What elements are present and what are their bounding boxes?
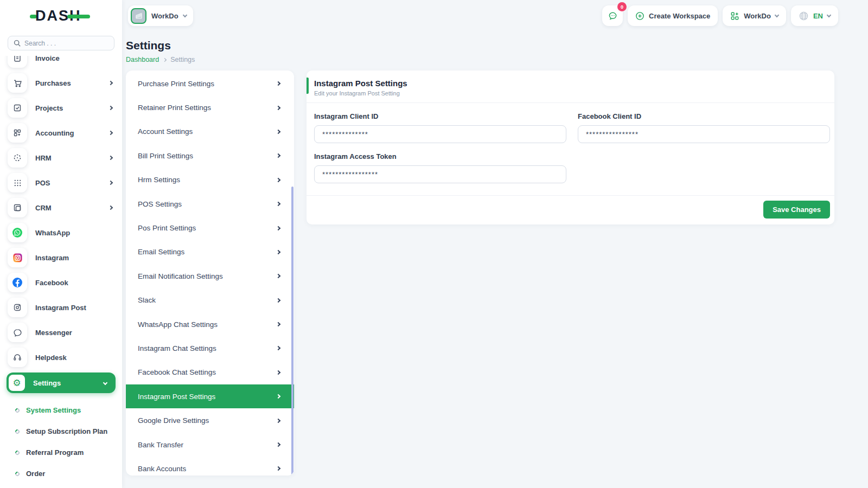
subnav-item-label: System Settings	[26, 406, 81, 414]
settings-menu-item[interactable]: Account Settings	[126, 120, 294, 144]
instagram-access-token-field: Instagram Access Token	[314, 152, 566, 183]
settings-menu-item-label: Email Notification Settings	[138, 272, 223, 280]
settings-menu-item[interactable]: Facebook Chat Settings	[126, 361, 294, 384]
settings-menu-item-label: Account Settings	[138, 127, 193, 136]
settings-menu-item[interactable]: Pos Print Settings	[126, 216, 294, 240]
messages-badge: 0	[617, 2, 627, 11]
settings-menu-item[interactable]: Bank Transfer	[126, 433, 294, 457]
brand-logo[interactable]: DASH	[0, 0, 122, 31]
sidebar-item-pos[interactable]: POS	[8, 173, 114, 192]
settings-menu-card: Purchase Print Settings Retainer Print S…	[126, 70, 294, 476]
chevron-right-icon	[276, 105, 280, 110]
settings-menu-item[interactable]: Email Notification Settings	[126, 264, 294, 288]
settings-menu-item-label: Slack	[138, 296, 156, 304]
create-workspace-button[interactable]: Create Workspace	[628, 5, 718, 26]
subnav-item-order[interactable]: Order	[15, 463, 122, 484]
sidebar-search[interactable]	[8, 36, 114, 50]
headset-icon	[8, 348, 27, 367]
instagram-client-id-field: Instagram Client ID	[314, 112, 566, 143]
sidebar-item-instagram[interactable]: Instagram	[8, 248, 114, 267]
settings-menu-item[interactable]: POS Settings	[126, 192, 294, 216]
sidebar-item-label: Accounting	[35, 129, 74, 137]
panel-header: Instagram Post Settings Edit your Instag…	[307, 70, 834, 103]
subnav-item-system-settings[interactable]: System Settings	[15, 400, 122, 421]
whatsapp-icon	[8, 223, 27, 242]
workspace-grid-icon	[730, 11, 739, 21]
sidebar-nav: Invoice Purchases Projects	[0, 56, 122, 488]
search-input[interactable]	[24, 40, 100, 47]
panel-title: Instagram Post Settings	[314, 79, 827, 88]
workspace-menu-label: WorkDo	[744, 12, 771, 20]
instagram-client-id-input[interactable]	[314, 125, 566, 143]
facebook-client-id-input[interactable]	[578, 125, 830, 143]
settings-menu-item[interactable]: Instagram Chat Settings	[126, 336, 294, 360]
facebook-client-id-field: Facebook Client ID	[578, 112, 830, 143]
sidebar-item-label: CRM	[35, 204, 52, 212]
messages-button[interactable]: 0	[602, 5, 623, 26]
settings-menu-item-active[interactable]: Instagram Post Settings	[126, 384, 294, 408]
settings-menu-item-label: Facebook Chat Settings	[138, 368, 216, 376]
chevron-right-icon	[108, 131, 113, 135]
settings-menu-item[interactable]: WhatsApp Chat Settings	[126, 312, 294, 336]
settings-menu-item[interactable]: Retainer Print Settings	[126, 95, 294, 119]
chevron-right-icon	[276, 130, 280, 134]
chevron-right-icon	[108, 81, 113, 85]
sidebar-item-invoice[interactable]: Invoice	[8, 56, 114, 68]
workspace-menu-button[interactable]: WorkDo	[723, 5, 786, 26]
settings-menu-item-label: Google Drive Settings	[138, 416, 209, 425]
subnav-item-setup-subscription-plan[interactable]: Setup Subscription Plan	[15, 421, 122, 442]
chevron-right-icon	[276, 250, 280, 254]
settings-menu-item-label: POS Settings	[138, 200, 182, 208]
save-changes-button[interactable]: Save Changes	[763, 201, 830, 219]
sidebar-item-messenger[interactable]: Messenger	[8, 323, 114, 342]
search-icon	[14, 40, 21, 47]
settings-menu-item[interactable]: Hrm Settings	[126, 168, 294, 192]
sidebar-item-helpdesk[interactable]: Helpdesk	[8, 348, 114, 367]
sidebar-item-crm[interactable]: CRM	[8, 198, 114, 217]
sidebar-item-label: Facebook	[35, 279, 68, 287]
sidebar-item-accounting[interactable]: Accounting	[8, 123, 114, 143]
breadcrumb: Dashboard Settings	[126, 56, 834, 63]
language-selector[interactable]: EN	[791, 5, 838, 26]
workspace-avatar	[131, 8, 146, 24]
settings-menu-item-label: Retainer Print Settings	[138, 104, 211, 112]
sidebar-item-settings[interactable]: ⚙ Settings	[7, 373, 116, 393]
create-workspace-label: Create Workspace	[649, 12, 710, 20]
chevron-down-icon	[775, 12, 779, 17]
bullet-icon	[14, 471, 20, 477]
sidebar-item-hrm[interactable]: HRM	[8, 148, 114, 168]
instagram-access-token-input[interactable]	[314, 165, 566, 183]
settings-menu-item[interactable]: Bill Print Settings	[126, 144, 294, 168]
bullet-icon	[14, 428, 20, 434]
page-title: Settings	[126, 39, 834, 52]
sidebar-item-instagram-post[interactable]: Instagram Post	[8, 298, 114, 317]
sidebar-item-whatsapp[interactable]: WhatsApp	[8, 223, 114, 242]
globe-icon	[799, 11, 809, 21]
settings-menu-item[interactable]: Slack	[126, 288, 294, 312]
sidebar-item-label: Instagram Post	[35, 304, 86, 312]
settings-menu-item-label: Bill Print Settings	[138, 152, 193, 160]
settings-menu-item[interactable]: Bank Accounts	[126, 457, 294, 476]
sidebar-item-purchases[interactable]: Purchases	[8, 73, 114, 93]
camera-outline-icon	[8, 298, 27, 317]
chevron-right-icon	[276, 153, 280, 158]
breadcrumb-dashboard-link[interactable]: Dashboard	[126, 56, 159, 63]
sidebar-item-label: HRM	[35, 154, 52, 162]
subnav-item-referral-program[interactable]: Referral Program	[15, 442, 122, 463]
grid-plus-icon	[8, 123, 27, 143]
sidebar-item-projects[interactable]: Projects	[8, 98, 114, 118]
settings-menu-scrollbar[interactable]	[291, 187, 293, 476]
settings-menu-item-label: Instagram Chat Settings	[138, 344, 216, 352]
workspace-name: WorkDo	[151, 12, 178, 20]
sidebar-item-facebook[interactable]: Facebook	[8, 273, 114, 292]
bullet-icon	[14, 407, 20, 413]
chevron-right-icon	[108, 106, 113, 110]
settings-menu-item[interactable]: Google Drive Settings	[126, 408, 294, 432]
sidebar-item-label: POS	[35, 179, 50, 187]
settings-menu-item[interactable]: Email Settings	[126, 240, 294, 264]
layout-icon	[8, 198, 27, 217]
workspace-selector[interactable]: WorkDo	[128, 5, 193, 26]
settings-menu-item[interactable]: Purchase Print Settings	[126, 72, 294, 95]
check-square-icon	[8, 98, 27, 118]
chevron-right-icon	[276, 466, 280, 471]
